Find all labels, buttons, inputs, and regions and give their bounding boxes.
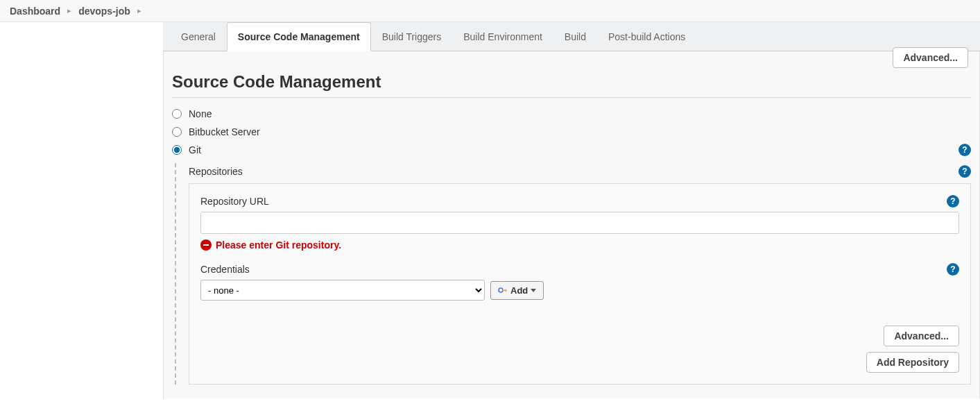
key-icon: [498, 285, 508, 295]
tab-build[interactable]: Build: [553, 22, 597, 51]
radio-bitbucket[interactable]: [172, 127, 182, 137]
tab-env[interactable]: Build Environment: [452, 22, 553, 51]
section-title-scm: Source Code Management: [172, 51, 971, 98]
credentials-select[interactable]: - none -: [200, 280, 485, 301]
help-icon[interactable]: ?: [958, 144, 971, 156]
help-icon[interactable]: ?: [958, 165, 971, 178]
add-credentials-button[interactable]: Add: [490, 281, 544, 300]
repo-url-label: Repository URL: [200, 196, 269, 207]
config-content: Advanced... Source Code Management None …: [163, 51, 980, 398]
advanced-button[interactable]: Advanced...: [884, 326, 959, 346]
add-credentials-label: Add: [510, 285, 528, 296]
chevron-down-icon: [531, 289, 536, 292]
breadcrumb: Dashboard ▸ devops-job ▸: [0, 0, 980, 22]
tree-line-icon: [175, 163, 176, 385]
chevron-right-icon: ▸: [67, 6, 71, 15]
tab-scm[interactable]: Source Code Management: [227, 22, 371, 51]
help-icon[interactable]: ?: [947, 195, 959, 208]
config-tabs: General Source Code Management Build Tri…: [163, 22, 980, 51]
error-icon: [200, 239, 212, 251]
breadcrumb-link-dashboard[interactable]: Dashboard: [10, 6, 60, 17]
radio-label-bitbucket[interactable]: Bitbucket Server: [189, 126, 260, 137]
svg-point-1: [499, 288, 503, 292]
error-text: Please enter Git repository.: [216, 239, 341, 251]
radio-row-git: Git: [172, 141, 201, 159]
radio-row-none: None: [172, 105, 971, 123]
radio-git[interactable]: [172, 145, 182, 155]
repo-url-input[interactable]: [200, 212, 959, 234]
repositories-label: Repositories: [189, 166, 243, 177]
radio-label-none[interactable]: None: [189, 108, 212, 119]
tab-general[interactable]: General: [170, 22, 227, 51]
radio-row-bitbucket: Bitbucket Server: [172, 123, 971, 141]
repository-box: Repository URL ? Please enter Git reposi…: [189, 183, 971, 385]
advanced-button-top[interactable]: Advanced...: [893, 47, 968, 68]
radio-label-git[interactable]: Git: [189, 144, 201, 155]
help-icon[interactable]: ?: [947, 263, 959, 276]
svg-rect-3: [506, 289, 507, 292]
svg-rect-0: [203, 244, 209, 246]
radio-none[interactable]: [172, 109, 182, 119]
tab-triggers[interactable]: Build Triggers: [371, 22, 453, 51]
chevron-right-icon: ▸: [137, 6, 141, 15]
error-message: Please enter Git repository.: [200, 239, 959, 251]
tab-post[interactable]: Post-build Actions: [597, 22, 696, 51]
credentials-label: Credentials: [200, 264, 250, 275]
add-repository-button[interactable]: Add Repository: [866, 352, 959, 373]
breadcrumb-link-job[interactable]: devops-job: [78, 6, 130, 17]
